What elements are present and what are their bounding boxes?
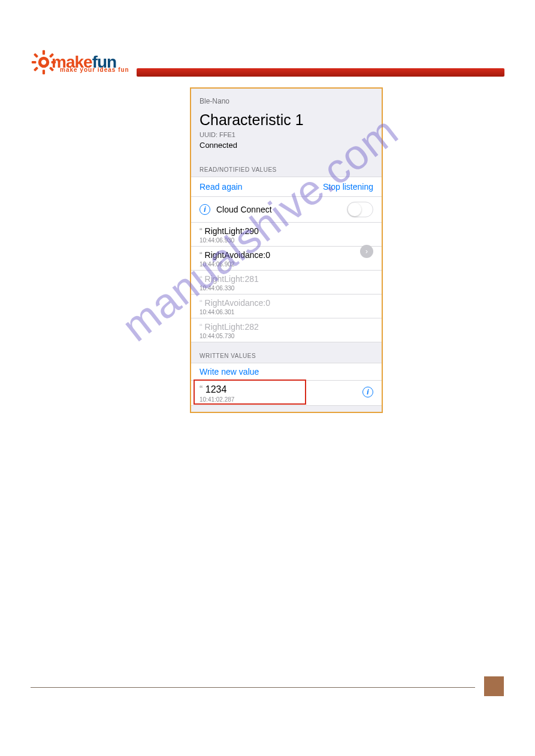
read-value-row: RightLight:290 10:44:06.930 xyxy=(191,222,382,247)
svg-rect-2 xyxy=(43,70,45,75)
device-name: Ble-Nano xyxy=(200,97,373,105)
write-action-row: Write new value xyxy=(191,363,382,381)
logo-tagline: make your ideas fun xyxy=(60,66,129,73)
read-value-text: RightAvoidance:0 xyxy=(200,250,373,260)
svg-rect-4 xyxy=(52,61,56,63)
read-value-timestamp: 10:44:06.930 xyxy=(200,237,373,244)
read-value-text: RightLight:282 xyxy=(200,322,373,332)
characteristic-title: Characteristic 1 xyxy=(200,111,373,129)
read-value-text: RightLight:290 xyxy=(200,226,373,236)
cloud-connect-row: i Cloud Connect xyxy=(191,196,382,223)
gear-icon xyxy=(31,50,56,75)
read-value-row: RightAvoidance:0 10:44:06.301 xyxy=(191,294,382,318)
info-icon[interactable]: i xyxy=(362,387,373,397)
characteristic-header: Ble-Nano Characteristic 1 UUID: FFE1 Con… xyxy=(191,89,382,156)
svg-rect-7 xyxy=(34,66,38,71)
written-value-row: 1234 10:41:02.287 i xyxy=(191,380,382,406)
svg-rect-5 xyxy=(34,53,38,58)
document-page: makefun make your ideas fun Ble-Nano Cha… xyxy=(0,0,535,756)
info-icon[interactable]: i xyxy=(200,204,210,215)
read-value-timestamp: 10:44:06.902 xyxy=(200,261,373,268)
svg-rect-1 xyxy=(43,50,45,55)
uuid-label: UUID: FFE1 xyxy=(200,131,373,138)
stop-listening-link[interactable]: Stop listening xyxy=(323,182,373,192)
connection-status: Connected xyxy=(200,141,373,150)
svg-rect-3 xyxy=(32,61,37,63)
footer-rule xyxy=(31,687,475,688)
read-values-list: RightLight:290 10:44:06.930 › RightAvoid… xyxy=(191,222,382,342)
written-value-text: 1234 xyxy=(200,384,373,395)
cloud-connect-toggle[interactable] xyxy=(347,202,373,217)
svg-rect-6 xyxy=(49,53,54,58)
chevron-right-icon[interactable]: › xyxy=(360,245,373,258)
header-divider xyxy=(137,68,504,77)
write-new-value-link[interactable]: Write new value xyxy=(200,367,259,377)
read-value-row: RightLight:282 10:44:05.730 xyxy=(191,318,382,342)
read-value-timestamp: 10:44:06.301 xyxy=(200,309,373,315)
page-number-box xyxy=(484,676,504,696)
cloud-connect-label: Cloud Connect xyxy=(216,205,272,214)
read-value-row: RightAvoidance:0 10:44:06.902 xyxy=(191,246,382,271)
svg-rect-8 xyxy=(49,66,54,71)
read-actions-row: Read again Stop listening xyxy=(191,177,382,197)
read-again-link[interactable]: Read again xyxy=(200,182,243,192)
read-value-text: RightLight:281 xyxy=(200,274,373,284)
read-value-row: RightLight:281 10:44:06.330 xyxy=(191,270,382,294)
brand-logo: makefun make your ideas fun xyxy=(31,45,139,80)
read-value-timestamp: 10:44:05.730 xyxy=(200,333,373,339)
written-value-timestamp: 10:41:02.287 xyxy=(200,396,373,403)
read-value-text: RightAvoidance:0 xyxy=(200,298,373,308)
read-section-header: READ/NOTIFIED VALUES xyxy=(191,156,382,177)
phone-screenshot: Ble-Nano Characteristic 1 UUID: FFE1 Con… xyxy=(190,87,383,413)
written-section-header: WRITTEN VALUES xyxy=(191,342,382,363)
read-value-timestamp: 10:44:06.330 xyxy=(200,285,373,292)
svg-point-9 xyxy=(41,60,46,65)
